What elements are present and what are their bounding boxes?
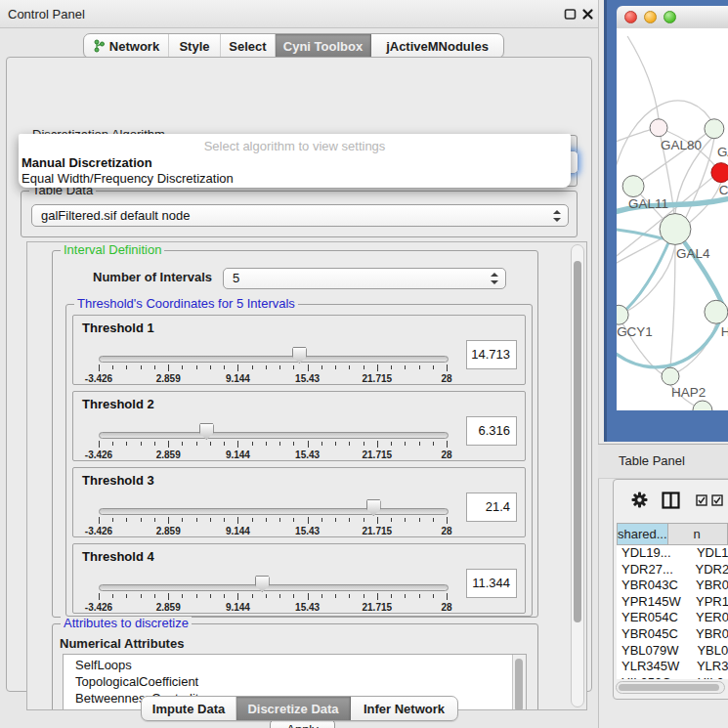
- attributes-list-scrollbar[interactable]: [512, 655, 526, 710]
- threshold-value-field[interactable]: 11.344: [466, 569, 517, 598]
- slider-track[interactable]: [99, 356, 449, 363]
- scrollbar-thumb[interactable]: [515, 659, 523, 710]
- interval-definition-title: Interval Definition: [61, 243, 164, 257]
- tick-label: 28: [441, 526, 451, 536]
- table-row[interactable]: YLR345WYLR3: [617, 659, 728, 675]
- slider-track[interactable]: [99, 508, 449, 515]
- tick-mark: [447, 517, 448, 524]
- node-label: GCY1: [617, 324, 653, 339]
- table-panel-title: Table Panel: [619, 453, 685, 468]
- tab-select[interactable]: Select: [221, 34, 276, 58]
- tab-infer-network[interactable]: Infer Network: [351, 697, 457, 720]
- tick-mark: [224, 518, 225, 522]
- tick-mark: [126, 365, 127, 369]
- network-node[interactable]: [662, 367, 679, 385]
- table-data-combobox[interactable]: galFiltered.sif default node: [31, 204, 569, 227]
- tick-mark: [433, 442, 434, 446]
- tick-mark: [335, 594, 336, 598]
- network-node[interactable]: [705, 119, 724, 139]
- network-node[interactable]: [660, 214, 691, 245]
- popup-item-manual-discretization[interactable]: Manual Discretization: [21, 155, 152, 170]
- node-label: GAL80: [661, 138, 702, 152]
- scrollbar-thumb[interactable]: [619, 684, 719, 691]
- threshold-value-field[interactable]: 21.4: [466, 492, 517, 522]
- tick-mark: [210, 594, 211, 598]
- slider-track[interactable]: [99, 432, 449, 439]
- tick-mark: [168, 593, 169, 600]
- table-row[interactable]: YDR27...YDR2: [617, 562, 728, 578]
- node-label: H: [721, 324, 728, 339]
- slider-scale-labels: -3.4262.8599.14415.4321.71528: [99, 601, 447, 613]
- table-row[interactable]: YDL19...YDL1: [617, 545, 728, 562]
- table-row[interactable]: YER054CYER0: [617, 610, 728, 626]
- traffic-light-zoom-icon[interactable]: [664, 11, 676, 23]
- number-of-intervals-combobox[interactable]: 5: [223, 268, 506, 289]
- tick-label: -3.426: [85, 373, 112, 384]
- tick-label: 28: [441, 373, 451, 384]
- threshold-label: Threshold 2: [82, 397, 154, 411]
- tick-mark: [405, 442, 406, 446]
- tick-mark: [349, 518, 350, 522]
- horizontal-scrollbar[interactable]: [616, 681, 725, 694]
- vertical-scrollbar[interactable]: [571, 244, 584, 707]
- table-cell: YIL0: [693, 675, 724, 679]
- tick-mark: [99, 364, 100, 371]
- float-window-icon[interactable]: [564, 8, 577, 21]
- gear-icon[interactable]: [631, 492, 648, 508]
- checkbox-icon[interactable]: [711, 494, 723, 506]
- table-row[interactable]: YIL052CYIL0: [617, 675, 728, 679]
- tick-mark: [112, 442, 113, 446]
- threshold-value-field[interactable]: 14.713: [466, 340, 517, 369]
- table-cell: YDR2: [691, 562, 728, 578]
- scrollbar-thumb[interactable]: [574, 261, 581, 622]
- table-cell: YPR145W: [617, 594, 691, 611]
- list-item[interactable]: SelfLoops: [64, 657, 526, 673]
- table-row[interactable]: YPR145WYPR1: [617, 594, 728, 611]
- tab-discretize-data[interactable]: Discretize Data: [236, 697, 351, 720]
- tab-network[interactable]: Network: [84, 34, 169, 58]
- tick-label: 9.144: [226, 450, 250, 460]
- tab-cyni-toolbox-label: Cyni Toolbox: [283, 39, 363, 54]
- tab-infer-network-label: Infer Network: [364, 702, 445, 716]
- column-header-name[interactable]: n: [668, 523, 728, 545]
- tick-mark: [126, 518, 127, 522]
- network-node[interactable]: [622, 176, 644, 197]
- checkbox-icon[interactable]: [696, 494, 707, 506]
- table-row[interactable]: YBR045CYBR0: [617, 626, 728, 643]
- tick-mark: [364, 594, 364, 598]
- close-icon[interactable]: [581, 8, 594, 21]
- threshold-value-field[interactable]: 6.316: [466, 416, 517, 446]
- network-node[interactable]: [705, 300, 728, 323]
- tab-impute-data-label: Impute Data: [152, 702, 225, 716]
- tick-mark: [224, 442, 225, 446]
- network-canvas[interactable]: GAL80GACGAL11GAL4GCY1HHAP2: [617, 28, 728, 410]
- split-pane-icon[interactable]: [662, 492, 680, 509]
- table-row[interactable]: YBR043CYBR0: [617, 578, 728, 594]
- tab-style[interactable]: Style: [169, 34, 221, 58]
- column-header-shared-name[interactable]: shared...: [617, 523, 668, 545]
- table-cell: YLR3: [692, 659, 728, 675]
- network-window-titlebar[interactable]: [617, 6, 728, 29]
- tick-mark: [391, 518, 392, 522]
- traffic-light-close-icon[interactable]: [624, 11, 637, 23]
- tick-mark: [335, 442, 336, 446]
- tab-impute-data[interactable]: Impute Data: [142, 697, 236, 720]
- threshold-box: Threshold 1-3.4262.8599.14415.4321.71528…: [72, 315, 526, 385]
- tick-mark: [377, 593, 378, 600]
- combo-arrows-icon: [553, 210, 561, 222]
- tab-cyni-toolbox[interactable]: Cyni Toolbox: [276, 34, 371, 58]
- popup-hint: Select algorithm to view settings: [19, 139, 571, 153]
- slider-track[interactable]: [99, 584, 449, 591]
- traffic-light-minimize-icon[interactable]: [644, 11, 657, 23]
- tick-label: 9.144: [226, 373, 250, 384]
- network-node[interactable]: [650, 119, 667, 137]
- network-node[interactable]: [711, 163, 728, 183]
- table-row[interactable]: YBL079WYBL0: [617, 643, 728, 660]
- tab-jactivemnodules[interactable]: jActiveMNodules: [371, 34, 503, 58]
- network-node[interactable]: [693, 401, 712, 410]
- application-window: Control Panel Network Style: [0, 0, 728, 728]
- popup-item-equal-width-frequency[interactable]: Equal Width/Frequency Discretization: [21, 171, 234, 186]
- table-data-combobox-value: galFiltered.sif default node: [41, 208, 190, 223]
- list-item[interactable]: TopologicalCoefficient: [64, 673, 526, 690]
- node-label: GAL11: [628, 196, 668, 211]
